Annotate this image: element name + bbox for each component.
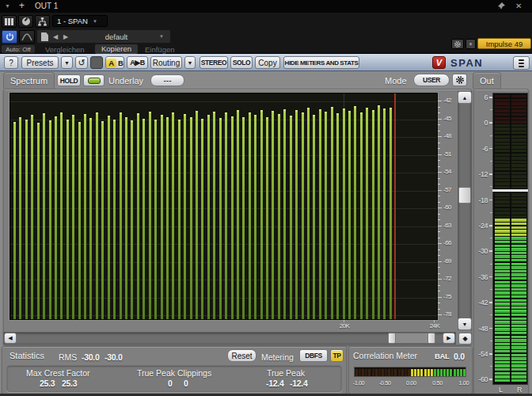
spectrum-bar [108, 116, 110, 320]
tab-correlation-meter[interactable]: Correlation Meter [353, 351, 417, 360]
plugin-selector[interactable]: 1 - SPAN ▼ [52, 15, 108, 27]
rms-value-right: -30.0 [104, 352, 122, 362]
add-tab-icon[interactable]: + [19, 0, 25, 11]
spectrum-bar [231, 116, 234, 320]
preset-badge[interactable]: Impulse 49 [477, 38, 531, 49]
spectrum-enable-button[interactable] [83, 74, 104, 86]
reset-button[interactable]: Reset [227, 349, 256, 362]
console-view-button[interactable] [2, 15, 17, 28]
spectrum-vscrollbar[interactable] [458, 91, 472, 330]
host-settings-button[interactable] [451, 39, 464, 49]
scroll-up-icon[interactable]: ▲ [458, 91, 472, 104]
color-scheme-swatch[interactable] [90, 56, 103, 69]
help-button[interactable]: ? [4, 56, 18, 69]
meter-segment [495, 175, 510, 177]
scroll-right-icon[interactable]: ▶ [443, 333, 455, 344]
meter-segment [495, 197, 510, 200]
db-tick [438, 178, 440, 179]
correlation-segment [401, 369, 404, 376]
tab-spectrum[interactable]: Spectrum [3, 72, 55, 89]
meter-segment [495, 95, 510, 97]
presets-button[interactable]: Presets [21, 56, 59, 69]
db-tick [438, 214, 440, 215]
ab-compare-button[interactable]: A B [105, 56, 124, 69]
copy-tab[interactable]: Kopieren [95, 44, 138, 54]
close-icon[interactable]: ✕ [515, 2, 522, 10]
spectrum-bar [19, 117, 21, 321]
correlation-segment [424, 369, 427, 376]
next-preset-icon[interactable]: ▶ [63, 33, 68, 40]
compare-tab[interactable]: Vergleichen [45, 45, 85, 54]
mode-select[interactable]: USER [413, 74, 450, 86]
correlation-scale-label: 0.50 [428, 379, 448, 386]
file-icon[interactable] [41, 32, 48, 41]
hscroll-zoom-handle-right[interactable] [428, 333, 435, 344]
hscroll-zoom-handle-left[interactable] [388, 333, 396, 344]
preset-name[interactable]: default [81, 32, 152, 41]
knob-view-button[interactable] [18, 15, 33, 28]
spectrum-plot[interactable] [10, 93, 438, 320]
hold-button[interactable]: HOLD [57, 74, 81, 86]
spectrum-bar [313, 115, 315, 321]
tab-out[interactable]: Out [473, 72, 501, 89]
meter-segment [495, 128, 510, 130]
correlation-segment [434, 369, 436, 376]
tp-button[interactable]: TP [330, 349, 344, 362]
preset-dropdown-icon[interactable]: ▼ [159, 34, 164, 39]
spectrum-bar [225, 112, 227, 320]
copy-button[interactable]: Copy [255, 56, 280, 69]
meter-segment [495, 332, 510, 334]
correlation-bar[interactable] [354, 367, 466, 377]
presets-dropdown-icon[interactable]: ▼ [61, 56, 73, 69]
menu-button[interactable] [513, 56, 530, 70]
underlay-select[interactable]: --- [150, 74, 184, 86]
mode-label: Mode [385, 76, 407, 86]
spectrum-bar [55, 116, 57, 320]
zoom-reset-diamond-icon[interactable]: ◆ [458, 333, 472, 345]
undo-icon[interactable]: ↺ [75, 56, 88, 69]
spectrum-bar [237, 110, 239, 320]
db-tick-label: -60 [443, 204, 458, 211]
meter-segment [495, 357, 510, 360]
meter-segment [511, 325, 526, 327]
scroll-left-icon[interactable]: ◀ [4, 333, 17, 344]
spectrum-db-scale: -42-45-48-51-54-57-60-63-66-69-72-75-78 [436, 93, 458, 321]
paste-tab[interactable]: Einfügen [145, 45, 175, 54]
prev-preset-icon[interactable]: ◀ [53, 33, 58, 40]
chevron-down-icon[interactable]: ▼ [5, 3, 10, 9]
solo-button[interactable]: SOLO [230, 56, 253, 69]
spectrum-bar [343, 109, 345, 320]
routing-dropdown-icon[interactable]: ▼ [184, 56, 196, 69]
bypass-ramp-button[interactable] [19, 30, 35, 44]
preset-badge-dropdown[interactable]: ▼ [466, 39, 476, 49]
db-tick [438, 231, 440, 232]
spectrum-bar [25, 120, 28, 321]
spectrum-bar [354, 106, 356, 320]
out-level-meter[interactable] [492, 93, 528, 385]
mode-settings-button[interactable] [452, 74, 467, 86]
a-to-b-button[interactable]: A▶B [127, 56, 148, 69]
meter-scale-label: -42 [473, 299, 488, 307]
spectrum-bar [120, 112, 122, 320]
routing-button[interactable]: Routing [150, 56, 182, 69]
vscroll-thumb[interactable] [458, 187, 471, 204]
pin-icon[interactable] [497, 2, 505, 10]
hide-meters-button[interactable]: HIDE METERS AND STATS [283, 56, 359, 69]
power-button[interactable] [2, 30, 17, 44]
correlation-segment [365, 369, 367, 376]
correlation-segment [417, 369, 420, 376]
meter-segment [495, 135, 510, 138]
routing-view-button[interactable] [35, 15, 50, 28]
meter-segment [511, 368, 526, 371]
tab-statistics[interactable]: Statistics [10, 351, 44, 360]
spectrum-bar [366, 108, 368, 321]
scroll-down-icon[interactable]: ▼ [458, 318, 472, 330]
automation-mode[interactable]: Auto: Off [2, 45, 35, 53]
meter-segment [495, 364, 510, 367]
crest-value-left: 25.3 [40, 379, 55, 388]
dbfs-button[interactable]: DBFS [299, 349, 328, 362]
stereo-button[interactable]: STEREO [200, 56, 228, 69]
correlation-segment [382, 369, 384, 376]
db-tick-label: -51 [443, 150, 458, 158]
meter-segment [495, 328, 510, 330]
